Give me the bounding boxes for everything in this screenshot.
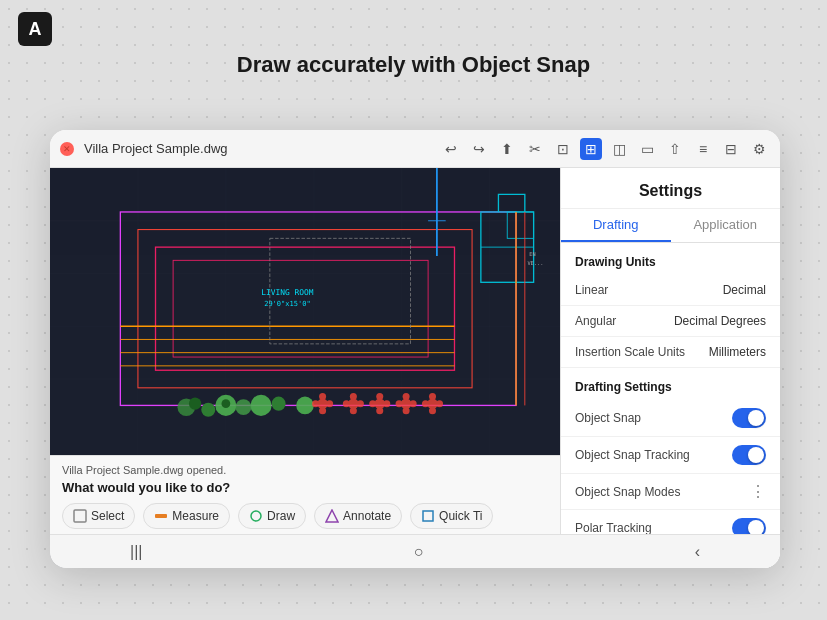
export-icon[interactable]: ⇧	[664, 138, 686, 160]
layers-icon[interactable]: ◫	[608, 138, 630, 160]
select-icon	[73, 509, 87, 523]
copy-icon[interactable]: ⊟	[720, 138, 742, 160]
autodesk-logo: A	[18, 12, 52, 46]
phone-nav-back-icon[interactable]: ‹	[695, 543, 700, 561]
svg-point-28	[250, 395, 271, 416]
image-icon[interactable]: ▭	[636, 138, 658, 160]
svg-point-58	[236, 399, 252, 415]
measure-icon	[154, 509, 168, 523]
svg-rect-65	[155, 514, 167, 518]
quick-tool-button[interactable]: Quick Ti	[410, 503, 493, 529]
annotate-icon	[325, 509, 339, 523]
svg-point-66	[251, 511, 261, 521]
svg-point-42	[383, 400, 390, 407]
action-buttons: Select Measure Draw	[62, 503, 548, 529]
tab-drafting[interactable]: Drafting	[561, 209, 671, 242]
upload-icon[interactable]: ⬆	[496, 138, 518, 160]
settings-gear-icon[interactable]: ⚙	[748, 138, 770, 160]
svg-text:29'0"x15'0": 29'0"x15'0"	[264, 299, 310, 308]
svg-point-26	[201, 403, 215, 417]
insertion-scale-row: Insertion Scale Units Millimeters	[561, 337, 780, 368]
svg-point-33	[312, 400, 319, 407]
svg-point-45	[376, 407, 383, 414]
title-bar: ✕ Villa Project Sample.dwg ↩ ↪ ⬆ ✂ ⊡ ⊞ ◫…	[50, 130, 780, 168]
draw-icon	[249, 509, 263, 523]
phone-nav-menu-icon[interactable]: |||	[130, 543, 142, 561]
settings-panel: Settings Drafting Application Drawing Un…	[560, 168, 780, 568]
select-button[interactable]: Select	[62, 503, 135, 529]
redo-icon[interactable]: ↪	[468, 138, 490, 160]
settings-tabs: Drafting Application	[561, 209, 780, 243]
settings-body: Drawing Units Linear Decimal Angular Dec…	[561, 243, 780, 568]
cad-drawing: LIVING ROOM 29'0"x15'0"	[50, 168, 560, 458]
svg-point-50	[403, 407, 410, 414]
main-window: ✕ Villa Project Sample.dwg ↩ ↪ ⬆ ✂ ⊡ ⊞ ◫…	[50, 130, 780, 568]
drafting-settings-title: Drafting Settings	[561, 368, 780, 400]
phone-nav-home-icon[interactable]: ○	[414, 543, 424, 561]
svg-point-29	[272, 397, 286, 411]
svg-rect-68	[423, 511, 433, 521]
svg-point-52	[436, 400, 443, 407]
settings-title: Settings	[561, 168, 780, 209]
svg-point-43	[369, 400, 376, 407]
tab-application[interactable]: Application	[671, 209, 781, 242]
cad-canvas[interactable]: LIVING ROOM 29'0"x15'0"	[50, 168, 560, 568]
svg-point-27	[221, 399, 230, 408]
svg-text:VE...: VE...	[527, 260, 543, 266]
linear-row: Linear Decimal	[561, 275, 780, 306]
object-snap-toggle[interactable]	[732, 408, 766, 428]
annotate-button[interactable]: Annotate	[314, 503, 402, 529]
svg-point-53	[422, 400, 429, 407]
object-snap-row: Object Snap	[561, 400, 780, 437]
close-button[interactable]: ✕	[60, 142, 74, 156]
drawing-units-title: Drawing Units	[561, 243, 780, 275]
angular-row: Angular Decimal Degrees	[561, 306, 780, 337]
svg-point-37	[357, 400, 364, 407]
svg-text:LIVING ROOM: LIVING ROOM	[261, 288, 314, 297]
object-snap-modes-row: Object Snap Modes ⋮	[561, 474, 780, 510]
command-hint: Villa Project Sample.dwg opened.	[62, 464, 548, 476]
cursor-icon[interactable]: ⊞	[580, 138, 602, 160]
svg-point-57	[189, 397, 201, 409]
svg-point-30	[296, 397, 314, 415]
square-icon[interactable]: ⊡	[552, 138, 574, 160]
svg-marker-67	[326, 510, 338, 522]
quick-tool-icon	[421, 509, 435, 523]
svg-point-48	[396, 400, 403, 407]
page-title: Draw accurately with Object Snap	[0, 52, 827, 78]
svg-point-44	[376, 393, 383, 400]
object-snap-modes-dots-icon[interactable]: ⋮	[750, 482, 766, 501]
content-area: LIVING ROOM 29'0"x15'0"	[50, 168, 780, 568]
svg-point-40	[350, 407, 357, 414]
svg-rect-64	[74, 510, 86, 522]
svg-point-35	[319, 407, 326, 414]
phone-nav-bar: ||| ○ ‹	[50, 534, 780, 568]
list-icon[interactable]: ≡	[692, 138, 714, 160]
toolbar-icons: ↩ ↪ ⬆ ✂ ⊡ ⊞ ◫ ▭ ⇧ ≡ ⊟ ⚙	[440, 138, 770, 160]
object-snap-tracking-row: Object Snap Tracking	[561, 437, 780, 474]
command-prompt: What would you like to do?	[62, 480, 548, 495]
svg-point-38	[343, 400, 350, 407]
svg-text:EN: EN	[529, 251, 535, 257]
svg-point-34	[319, 393, 326, 400]
undo-icon[interactable]: ↩	[440, 138, 462, 160]
svg-point-39	[350, 393, 357, 400]
measure-button[interactable]: Measure	[143, 503, 230, 529]
svg-point-47	[410, 400, 417, 407]
filename-label: Villa Project Sample.dwg	[84, 141, 440, 156]
svg-point-32	[326, 400, 333, 407]
svg-point-49	[403, 393, 410, 400]
scissors-icon[interactable]: ✂	[524, 138, 546, 160]
svg-point-54	[429, 393, 436, 400]
object-snap-tracking-toggle[interactable]	[732, 445, 766, 465]
svg-point-55	[429, 407, 436, 414]
draw-button[interactable]: Draw	[238, 503, 306, 529]
